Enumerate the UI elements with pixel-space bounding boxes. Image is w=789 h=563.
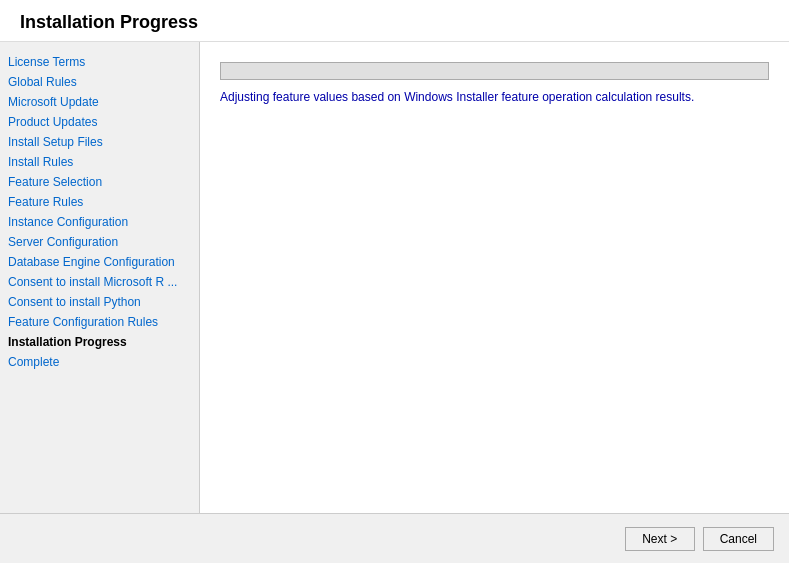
sidebar-item-15[interactable]: Complete (0, 352, 199, 372)
top-header: Installation Progress (0, 0, 789, 42)
sidebar-item-0[interactable]: License Terms (0, 52, 199, 72)
sidebar-item-4[interactable]: Install Setup Files (0, 132, 199, 152)
sidebar-item-13[interactable]: Feature Configuration Rules (0, 312, 199, 332)
sidebar-item-9[interactable]: Server Configuration (0, 232, 199, 252)
sidebar-item-8[interactable]: Instance Configuration (0, 212, 199, 232)
page-title: Installation Progress (20, 12, 198, 32)
progress-bar-container (220, 62, 769, 80)
main-container: Installation Progress License TermsGloba… (0, 0, 789, 563)
sidebar-item-14[interactable]: Installation Progress (0, 332, 199, 352)
sidebar-item-6[interactable]: Feature Selection (0, 172, 199, 192)
sidebar-item-12[interactable]: Consent to install Python (0, 292, 199, 312)
sidebar-item-1[interactable]: Global Rules (0, 72, 199, 92)
sidebar-item-7[interactable]: Feature Rules (0, 192, 199, 212)
status-text: Adjusting feature values based on Window… (220, 90, 769, 104)
next-button[interactable]: Next > (625, 527, 695, 551)
cancel-button[interactable]: Cancel (703, 527, 774, 551)
content-area: License TermsGlobal RulesMicrosoft Updat… (0, 42, 789, 513)
sidebar-item-3[interactable]: Product Updates (0, 112, 199, 132)
main-content: Adjusting feature values based on Window… (200, 42, 789, 513)
footer: Next > Cancel (0, 513, 789, 563)
sidebar-item-2[interactable]: Microsoft Update (0, 92, 199, 112)
sidebar-item-11[interactable]: Consent to install Microsoft R ... (0, 272, 199, 292)
sidebar-item-10[interactable]: Database Engine Configuration (0, 252, 199, 272)
sidebar: License TermsGlobal RulesMicrosoft Updat… (0, 42, 200, 513)
sidebar-item-5[interactable]: Install Rules (0, 152, 199, 172)
